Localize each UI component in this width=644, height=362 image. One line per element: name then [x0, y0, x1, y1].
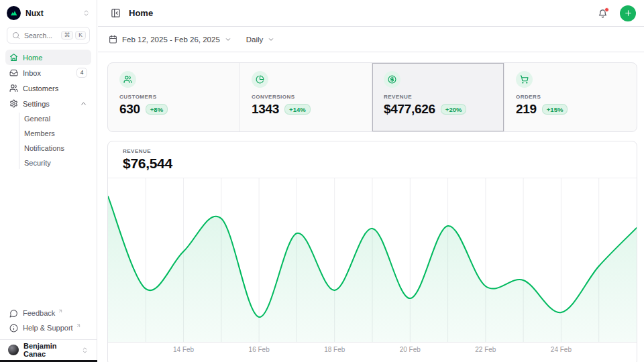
- topbar: Home: [98, 0, 644, 27]
- kbd-cmd: ⌘: [61, 31, 74, 40]
- tree-line: [19, 113, 19, 169]
- user-name: Benjamin Canac: [23, 342, 76, 358]
- period-select[interactable]: Daily: [246, 36, 275, 44]
- chart-metric-value: $76,544: [123, 156, 622, 172]
- workspace-name: Nuxt: [25, 9, 78, 18]
- chart-x-axis: 14 Feb16 Feb18 Feb20 Feb22 Feb24 Feb: [108, 342, 637, 358]
- chevron-down-icon: [225, 36, 231, 43]
- sidebar-item-label: Settings: [23, 100, 75, 108]
- home-icon: [9, 53, 18, 62]
- pie-chart-icon: [252, 71, 268, 88]
- chart-header: REVENUE $76,544: [108, 141, 637, 178]
- collapse-sidebar-button[interactable]: [109, 6, 123, 20]
- sidebar-item-general[interactable]: General: [24, 111, 91, 126]
- x-axis-label: 24 Feb: [551, 346, 572, 353]
- chevron-down-icon: [268, 36, 274, 43]
- page-title: Home: [129, 8, 590, 18]
- sidebar-item-notifications[interactable]: Notifications: [24, 141, 91, 156]
- dashboard-app: Nuxt Search... ⌘ K Home: [0, 0, 644, 362]
- sidebar-item-label: Security: [24, 159, 51, 167]
- inbox-count-badge: 4: [76, 68, 87, 77]
- content: CUSTOMERS 630 +8% CONVERSIONS 1343 +14%: [98, 52, 644, 362]
- stats-row: CUSTOMERS 630 +8% CONVERSIONS 1343 +14%: [107, 62, 637, 132]
- stat-card-customers[interactable]: CUSTOMERS 630 +8%: [108, 63, 240, 131]
- notification-dot: [604, 7, 609, 12]
- stat-label: CUSTOMERS: [119, 94, 228, 100]
- chevrons-up-down-icon: [83, 9, 90, 17]
- x-axis-label: 18 Feb: [324, 346, 345, 353]
- arrow-up-right-icon: [58, 308, 63, 314]
- message-circle-icon: [9, 309, 18, 318]
- help-support-link[interactable]: Help & Support: [5, 320, 91, 335]
- shopping-cart-icon: [516, 71, 533, 88]
- sidebar: Nuxt Search... ⌘ K Home: [0, 0, 97, 362]
- feedback-link[interactable]: Feedback: [5, 306, 91, 320]
- chevrons-up-down-icon: [81, 347, 89, 354]
- date-range-value: Feb 12, 2025 - Feb 26, 2025: [122, 36, 220, 44]
- period-value: Daily: [246, 36, 264, 44]
- sidebar-item-label: Members: [24, 129, 55, 137]
- help-support-label: Help & Support: [23, 324, 73, 332]
- stat-label: CONVERSIONS: [252, 94, 360, 100]
- arrow-up-right-icon: [76, 323, 81, 328]
- sidebar-item-label: Customers: [23, 84, 87, 93]
- stat-card-orders[interactable]: ORDERS 219 +15%: [504, 63, 637, 131]
- plus-icon: [624, 9, 633, 17]
- users-icon: [119, 71, 136, 88]
- stat-value: 630: [119, 102, 140, 117]
- stat-card-revenue[interactable]: REVENUE $477,626 +20%: [372, 63, 504, 131]
- gear-icon: [9, 99, 18, 108]
- sidebar-item-members[interactable]: Members: [24, 126, 91, 141]
- workspace-switcher[interactable]: Nuxt: [0, 0, 97, 24]
- revenue-area-chart[interactable]: [108, 178, 637, 342]
- users-icon: [9, 84, 18, 93]
- sidebar-item-security[interactable]: Security: [24, 156, 91, 170]
- sidebar-item-inbox[interactable]: Inbox 4: [5, 65, 91, 80]
- user-menu[interactable]: Benjamin Canac: [0, 339, 97, 360]
- stat-delta-badge: +15%: [542, 104, 568, 115]
- stat-card-conversions[interactable]: CONVERSIONS 1343 +14%: [240, 63, 372, 131]
- stat-value: 1343: [252, 102, 279, 117]
- settings-subnav: General Members Notifications Security: [5, 111, 91, 170]
- kbd-k: K: [75, 31, 86, 40]
- search-kbd-hint: ⌘ K: [61, 31, 86, 40]
- info-icon: [9, 324, 18, 333]
- stat-delta-badge: +14%: [284, 104, 311, 115]
- x-axis-label: 16 Feb: [249, 346, 270, 353]
- stat-value: $477,626: [384, 102, 435, 117]
- sidebar-item-label: Inbox: [23, 69, 72, 77]
- sidebar-footer: Feedback Help & Support Ben: [0, 306, 97, 360]
- sidebar-item-label: Home: [23, 54, 87, 62]
- date-range-picker[interactable]: Feb 12, 2025 - Feb 26, 2025: [109, 35, 231, 44]
- revenue-chart-panel: REVENUE $76,544 14 Feb16 Feb18 Feb20 Feb…: [107, 141, 637, 362]
- search-placeholder: Search...: [24, 32, 57, 40]
- inbox-icon: [9, 68, 18, 77]
- chart-metric-label: REVENUE: [123, 148, 622, 154]
- main-panel: Home Feb 12, 2025 - Feb 26, 2025: [98, 0, 644, 362]
- sidebar-item-label: General: [24, 115, 50, 123]
- search-input[interactable]: Search... ⌘ K: [7, 27, 90, 44]
- x-axis-label: 14 Feb: [173, 346, 194, 353]
- sidebar-item-customers[interactable]: Customers: [5, 80, 91, 96]
- stat-delta-badge: +20%: [441, 104, 467, 115]
- calendar-icon: [109, 35, 117, 44]
- search-icon: [12, 32, 20, 40]
- x-axis-label: 22 Feb: [475, 346, 496, 353]
- stat-delta-badge: +8%: [146, 104, 168, 115]
- stat-label: REVENUE: [384, 94, 492, 100]
- dollar-circle-icon: [384, 71, 400, 88]
- notifications-button[interactable]: [596, 6, 610, 20]
- sidebar-item-home[interactable]: Home: [5, 50, 91, 65]
- add-button[interactable]: [620, 5, 636, 21]
- sidebar-item-settings[interactable]: Settings: [5, 96, 91, 111]
- stat-label: ORDERS: [516, 94, 625, 100]
- filters-toolbar: Feb 12, 2025 - Feb 26, 2025 Daily: [98, 27, 644, 52]
- nuxt-logo-icon: [7, 6, 21, 20]
- avatar: [8, 345, 19, 355]
- x-axis-label: 20 Feb: [400, 346, 421, 353]
- sidebar-nav: Home Inbox 4 Customers Settings: [0, 50, 97, 170]
- chevron-up-icon: [80, 100, 87, 107]
- sidebar-item-label: Notifications: [24, 144, 64, 152]
- stat-value: 219: [516, 102, 537, 117]
- feedback-label: Feedback: [23, 309, 55, 317]
